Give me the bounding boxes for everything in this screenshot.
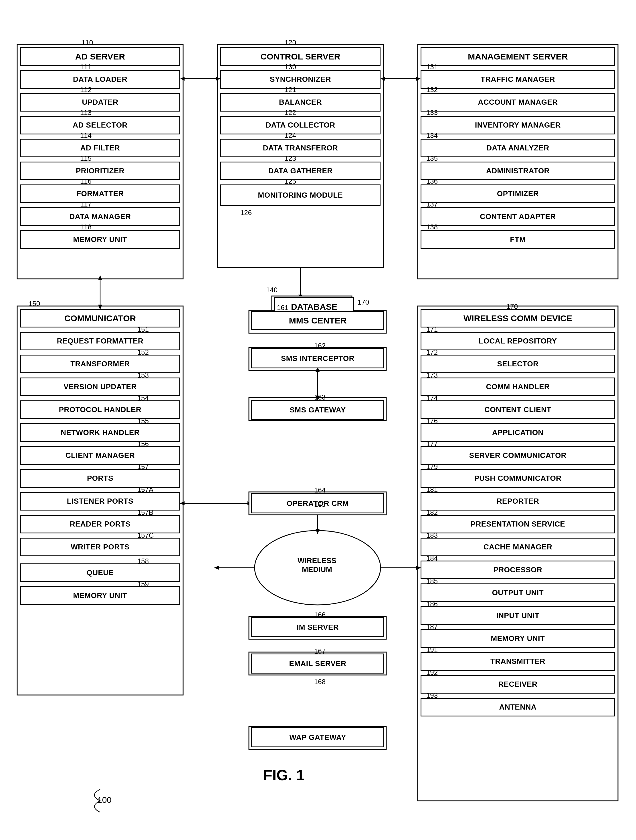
control-server-title: CONTROL SERVER <box>220 47 381 66</box>
receiver-box: RECEIVER <box>421 675 615 693</box>
data-loader-box: DATA LOADER <box>20 70 180 88</box>
management-server-title: MANAGEMENT SERVER <box>421 47 615 66</box>
num-166: 166 <box>314 611 326 619</box>
num-157: 157 <box>137 463 149 471</box>
num-186: 186 <box>426 600 438 608</box>
num-115: 115 <box>80 155 92 163</box>
cache-manager-box: CACHE MANAGER <box>421 538 615 556</box>
memory-unit-wcd-box: MEMORY UNIT <box>421 629 615 648</box>
data-analyzer-box: DATA ANALYZER <box>421 139 615 157</box>
local-repository-box: LOCAL REPOSITORY <box>421 332 615 351</box>
content-adapter-box: CONTENT ADAPTER <box>421 207 615 226</box>
queue-box: QUEUE <box>20 564 180 582</box>
memory-unit-ad-box: MEMORY UNIT <box>20 230 180 249</box>
num-100: 100 <box>97 795 112 805</box>
num-155: 155 <box>137 417 149 425</box>
num-137: 137 <box>426 200 438 208</box>
num-124: 124 <box>285 131 296 140</box>
num-157c: 157C <box>137 531 153 539</box>
num-130: 130 <box>285 63 296 71</box>
num-182: 182 <box>426 508 438 516</box>
ad-server-title: AD SERVER <box>20 47 180 66</box>
comm-handler-box: COMM HANDLER <box>421 377 615 396</box>
data-collector-box: DATA COLLECTOR <box>220 116 381 134</box>
num-179: 179 <box>426 463 438 471</box>
db-number: 170 <box>358 298 369 306</box>
num-181: 181 <box>426 486 438 494</box>
num-170: 170 <box>506 303 518 311</box>
num-191: 191 <box>426 646 438 654</box>
num-111: 111 <box>80 63 92 71</box>
num-161: 161 <box>277 304 288 312</box>
application-box: APPLICATION <box>421 423 615 442</box>
num-162: 162 <box>314 342 326 350</box>
im-server-box: IM SERVER <box>251 617 384 637</box>
num-172: 172 <box>426 348 438 356</box>
client-manager-box: CLIENT MANAGER <box>20 446 180 465</box>
num-163: 163 <box>314 393 326 401</box>
network-handler-box: NETWORK HANDLER <box>20 423 180 442</box>
num-153: 153 <box>137 371 149 379</box>
num-185: 185 <box>426 577 438 585</box>
ports-box: PORTS <box>20 469 180 488</box>
svg-marker-32 <box>316 529 320 534</box>
num-152: 152 <box>137 348 149 356</box>
optimizer-box: OPTIMIZER <box>421 185 615 203</box>
num-157b: 157B <box>137 508 153 516</box>
push-communicator-box: PUSH COMMUNICATOR <box>421 469 615 488</box>
formatter-box: FORMATTER <box>20 185 180 203</box>
account-manager-box: ACCOUNT MANAGER <box>421 93 615 112</box>
num-125: 125 <box>285 177 296 185</box>
transformer-box: TRANSFORMER <box>20 355 180 373</box>
num-131: 131 <box>426 63 438 71</box>
input-unit-box: INPUT UNIT <box>421 606 615 625</box>
presentation-service-box: PRESENTATION SERVICE <box>421 515 615 534</box>
num-165: 165 <box>314 501 326 508</box>
svg-marker-7 <box>180 77 185 81</box>
num-123: 123 <box>285 155 296 163</box>
email-server-box: EMAIL SERVER <box>251 654 384 674</box>
svg-marker-10 <box>381 77 385 81</box>
wap-gateway-box: WAP GATEWAY <box>251 727 384 747</box>
data-gatherer-box: DATA GATHERER <box>220 162 381 180</box>
ad-filter-box: AD FILTER <box>20 139 180 157</box>
content-client-box: CONTENT CLIENT <box>421 400 615 419</box>
version-updater-box: VERSION UPDATER <box>20 377 180 396</box>
num-136: 136 <box>426 177 438 185</box>
svg-marker-15 <box>98 275 102 280</box>
output-unit-box: OUTPUT UNIT <box>421 583 615 602</box>
writer-ports-box: WRITER PORTS <box>20 538 180 556</box>
num-116: 116 <box>80 177 92 185</box>
data-manager-box: DATA MANAGER <box>20 207 180 226</box>
ad-server-number: 110 <box>82 39 93 47</box>
num-138: 138 <box>426 223 438 231</box>
num-192: 192 <box>426 669 438 677</box>
num-177: 177 <box>426 440 438 448</box>
antenna-box: ANTENNA <box>421 698 615 717</box>
request-formatter-box: REQUEST FORMATTER <box>20 332 180 351</box>
selector-box: SELECTOR <box>421 355 615 373</box>
reporter-box: REPORTER <box>421 492 615 510</box>
svg-marker-19 <box>180 501 185 505</box>
num-114: 114 <box>80 131 92 140</box>
balancer-box: BALANCER <box>220 93 381 112</box>
wireless-comm-device-title: WIRELESS COMM DEVICE <box>421 309 615 327</box>
num-176: 176 <box>426 417 438 425</box>
num-118: 118 <box>80 223 92 231</box>
data-transferor-box: DATA TRANSFEROR <box>220 139 381 157</box>
figure-label: FIG. 1 <box>263 766 304 784</box>
num-133: 133 <box>426 109 438 117</box>
reader-ports-box: READER PORTS <box>20 515 180 534</box>
transmitter-box: TRANSMITTER <box>421 652 615 671</box>
num-134: 134 <box>426 131 438 140</box>
num-184: 184 <box>426 554 438 562</box>
sms-gateway-box: SMS GATEWAY <box>251 400 384 420</box>
communicator-title: COMMUNICATOR <box>20 309 180 327</box>
num-158: 158 <box>137 557 149 565</box>
wireless-medium-label: WIRELESSMEDIUM <box>286 556 348 574</box>
db-number-140: 140 <box>266 286 277 294</box>
server-communicator-box: SERVER COMMUNICATOR <box>421 446 615 465</box>
num-156: 156 <box>137 440 149 448</box>
sms-interceptor-box: SMS INTERCEPTOR <box>251 348 384 368</box>
num-174: 174 <box>426 394 438 402</box>
